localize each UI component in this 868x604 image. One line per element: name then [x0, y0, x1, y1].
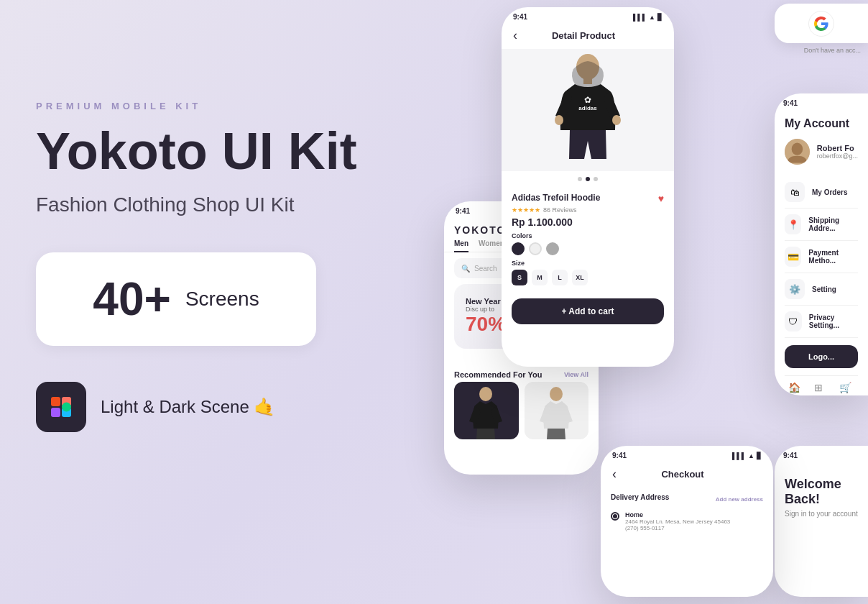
mycart-icon: 🛒: [839, 382, 851, 393]
google-icon[interactable]: [808, 11, 834, 37]
colors-label: Colors: [512, 232, 664, 239]
checkout-wifi-icon: ▲: [748, 452, 754, 459]
page-title: Detail Product: [552, 30, 615, 41]
shipping-label: Shipping Addre...: [808, 216, 858, 232]
color-black[interactable]: [512, 242, 525, 255]
size-xl[interactable]: XL: [572, 270, 588, 285]
figma-row: Light & Dark Scene 🤙: [36, 382, 395, 432]
product-card-1[interactable]: [454, 382, 519, 439]
product-detail-header: ‹ Detail Product: [502, 24, 674, 49]
payment-label: Payment Metho...: [808, 249, 858, 265]
add-new-address[interactable]: Add new address: [716, 496, 763, 503]
address-street: 2464 Royal Ln. Mesa, New Jersey 45463: [625, 518, 730, 525]
phone-checkout: 9:41 ▌▌▌ ▲ ▊ ‹ Checkout Delivery Address…: [601, 446, 773, 597]
figma-icon: [36, 382, 86, 432]
my-account-title: My Account: [785, 117, 858, 130]
delivery-address-label: Delivery Address: [611, 493, 669, 501]
signal-icon: ▌▌▌: [633, 14, 647, 21]
tab-men[interactable]: Men: [454, 239, 468, 252]
dot-3: [594, 177, 598, 181]
setting-label: Setting: [812, 285, 836, 293]
size-s[interactable]: S: [512, 270, 527, 285]
wifi-icon: ▲: [649, 14, 655, 21]
account-status-time: 9:41: [783, 99, 798, 107]
screens-number: 40+: [93, 273, 171, 326]
phones-wrapper: Don't have an acc... 9:41 ▌▌▌ ▲ ▊ ‹ Deta…: [423, 0, 868, 604]
nav-home[interactable]: 🏠 Home: [787, 382, 802, 395]
payment-icon: 💳: [785, 247, 801, 267]
home-icon: 🏠: [788, 382, 800, 393]
color-gray[interactable]: [546, 242, 559, 255]
setting-icon: ⚙️: [785, 279, 805, 299]
status-bar: 9:41 ▌▌▌ ▲ ▊: [502, 7, 674, 24]
address-option: Home 2464 Royal Ln. Mesa, New Jersey 454…: [611, 511, 763, 531]
delivery-address-row: Delivery Address Add new address: [611, 493, 763, 505]
phone-detail-product: 9:41 ▌▌▌ ▲ ▊ ‹ Detail Product: [502, 7, 674, 367]
heart-icon[interactable]: ♥: [658, 193, 664, 204]
checkout-back-button[interactable]: ‹: [612, 467, 617, 482]
svg-rect-2: [51, 408, 60, 417]
checkout-signal-icon: ▌▌▌: [732, 452, 746, 459]
recommended-section-row: Recommended For You View All: [444, 365, 599, 382]
color-white[interactable]: [529, 242, 542, 255]
product-info: Adidas Trefoil Hoodie ♥ ★★★★★ 86 Reviews…: [502, 187, 674, 291]
size-m[interactable]: M: [532, 270, 548, 285]
phone-login: 9:41 Welcome Back! Sign in to your accou…: [775, 446, 868, 597]
menu-item-shipping[interactable]: 📍 Shipping Addre...: [785, 209, 858, 241]
address-radio[interactable]: [611, 512, 619, 521]
product-cards-row: [444, 382, 599, 439]
screens-card: 40+ Screens: [36, 252, 316, 346]
orders-icon: 🛍: [785, 182, 805, 202]
checkout-title: Checkout: [661, 469, 703, 480]
product-price: Rp 1.100.000: [512, 216, 664, 228]
svg-rect-0: [51, 397, 60, 406]
menu-item-orders[interactable]: 🛍 My Orders: [785, 176, 858, 209]
size-l[interactable]: L: [552, 270, 568, 285]
product-card-2-image: [537, 385, 576, 439]
dot-2: [586, 177, 590, 181]
subtitle: Fashion Clothing Shop UI Kit: [36, 193, 395, 216]
svg-point-9: [555, 115, 563, 125]
main-title: Yokoto UI Kit: [36, 124, 395, 179]
checkout-content: Delivery Address Add new address Home 24…: [601, 488, 773, 537]
review-count: 86 Reviews: [543, 206, 577, 214]
figma-label: Light & Dark Scene 🤙: [101, 397, 275, 417]
welcome-title: Welcome Back!: [785, 477, 858, 507]
svg-point-10: [612, 115, 621, 125]
product-name-row: Adidas Trefoil Hoodie ♥: [512, 193, 664, 204]
view-all[interactable]: View All: [564, 371, 588, 378]
nav-mycart[interactable]: 🛒 My Ca...: [834, 382, 856, 395]
menu-item-setting[interactable]: ⚙️ Setting: [785, 273, 858, 306]
google-svg: [814, 17, 828, 31]
sizes-row: S M L XL: [512, 270, 664, 285]
svg-point-11: [479, 387, 492, 401]
svg-text:adidas: adidas: [578, 105, 597, 111]
product-card-2[interactable]: [525, 382, 589, 439]
menu-item-payment[interactable]: 💳 Payment Metho...: [785, 241, 858, 273]
stars: ★★★★★: [512, 206, 540, 214]
nav-category[interactable]: ⊞ Category: [807, 382, 830, 395]
checkout-status-icons: ▌▌▌ ▲ ▊: [732, 452, 762, 459]
add-to-cart-button[interactable]: + Add to cart: [512, 298, 664, 324]
product-image: adidas ✿: [552, 51, 624, 170]
menu-item-privacy[interactable]: 🛡 Privacy Setting...: [785, 306, 858, 338]
left-panel: PREMIUM MOBILE KIT Yokoto UI Kit Fashion…: [36, 101, 395, 432]
back-button[interactable]: ‹: [513, 28, 517, 43]
svg-text:✿: ✿: [584, 95, 591, 105]
login-status-bar: 9:41: [775, 446, 868, 462]
welcome-sub: Sign in to your account: [785, 510, 858, 518]
search-icon: 🔍: [461, 265, 470, 273]
brand-name: YOKOTO: [454, 224, 506, 236]
user-avatar: [785, 139, 810, 165]
status-time: 9:41: [513, 13, 527, 21]
product-card-1-image: [466, 385, 506, 439]
user-name: Robert Fo: [817, 144, 858, 152]
browse-status-time: 9:41: [456, 207, 470, 215]
phone-account: 9:41 My Account Robert Fo robertfox@g...: [775, 93, 868, 395]
tab-women[interactable]: Women: [479, 239, 504, 252]
address-type: Home: [625, 511, 730, 518]
logout-button[interactable]: Logo...: [785, 345, 858, 368]
account-content: My Account Robert Fo robertfox@g... 🛍: [775, 110, 868, 395]
account-status-bar: 9:41: [775, 93, 868, 110]
checkout-status-bar: 9:41 ▌▌▌ ▲ ▊: [601, 446, 773, 462]
